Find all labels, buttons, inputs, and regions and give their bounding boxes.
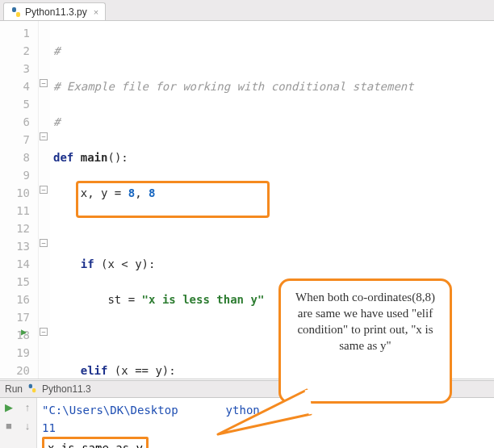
fold-toggle-icon[interactable]: − <box>40 132 48 140</box>
line-number: 13 <box>0 237 30 255</box>
down-arrow-icon[interactable]: ↓ <box>20 418 35 433</box>
line-number: 9 <box>0 166 30 184</box>
line-number: 6 <box>0 113 30 131</box>
rerun-icon[interactable]: ▶ <box>2 400 16 414</box>
run-panel-header: Run Python11.3 <box>0 380 494 398</box>
run-line-marker-icon[interactable]: ▶ <box>21 323 27 341</box>
fold-toggle-icon[interactable]: − <box>40 186 48 194</box>
line-number: 19 <box>0 344 30 362</box>
line-number-gutter: 1 2 3 4 5 6 7 8 9 10 11 12 13 14 15 16 1… <box>0 21 39 379</box>
python-file-icon <box>10 6 22 18</box>
console-output[interactable]: "C:\Users\DK\Desktop ython n 11 x is sam… <box>37 398 494 448</box>
fold-toggle-icon[interactable]: − <box>40 79 48 87</box>
fold-toggle-icon[interactable]: − <box>40 328 48 336</box>
up-arrow-icon[interactable]: ↑ <box>20 400 35 414</box>
line-number: 7 <box>0 131 30 149</box>
run-toolbar: ▶ ↑ ■ ↓ <box>0 398 37 448</box>
console-command: "C:\Users\DK\Desktop <box>42 404 178 417</box>
tab-bar: Python11.3.py × <box>0 0 494 21</box>
run-label: Run <box>5 383 23 395</box>
svg-rect-0 <box>12 7 16 12</box>
line-number: 14 <box>0 255 30 273</box>
program-output: x is same as y <box>48 442 143 448</box>
tab-filename: Python11.3.py <box>25 6 87 18</box>
svg-rect-3 <box>32 388 36 392</box>
line-number: 15 <box>0 273 30 291</box>
close-icon[interactable]: × <box>94 7 98 17</box>
line-number: 10 <box>0 184 30 202</box>
python-file-icon <box>27 383 37 396</box>
file-tab[interactable]: Python11.3.py × <box>3 2 106 20</box>
fold-column: − − − − − <box>39 21 50 379</box>
stop-icon[interactable]: ■ <box>2 418 16 433</box>
output-highlight: x is same as y <box>42 437 149 448</box>
line-number: 16 <box>0 291 30 308</box>
run-config-name[interactable]: Python11.3 <box>42 383 91 395</box>
fold-toggle-icon[interactable]: − <box>40 239 48 247</box>
code-content[interactable]: # # Example file for working with condit… <box>50 21 494 379</box>
svg-rect-2 <box>29 383 32 387</box>
editor-area: Python11.3.py × 1 2 3 4 5 6 7 8 9 10 11 … <box>0 0 494 379</box>
line-number: 5 <box>0 95 30 113</box>
run-panel: ▶ ↑ ■ ↓ "C:\Users\DK\Desktop ython n 11 … <box>0 398 494 448</box>
code-editor[interactable]: 1 2 3 4 5 6 7 8 9 10 11 12 13 14 15 16 1… <box>0 21 494 379</box>
svg-rect-1 <box>16 12 20 17</box>
line-number: 11 <box>0 202 30 220</box>
line-number: 20 <box>0 362 30 379</box>
line-number: 1 <box>0 24 30 42</box>
line-number: 3 <box>0 60 30 77</box>
line-number: 4 <box>0 77 30 95</box>
line-number: 8 <box>0 149 30 166</box>
line-number: 12 <box>0 220 30 237</box>
line-number: 2 <box>0 42 30 60</box>
